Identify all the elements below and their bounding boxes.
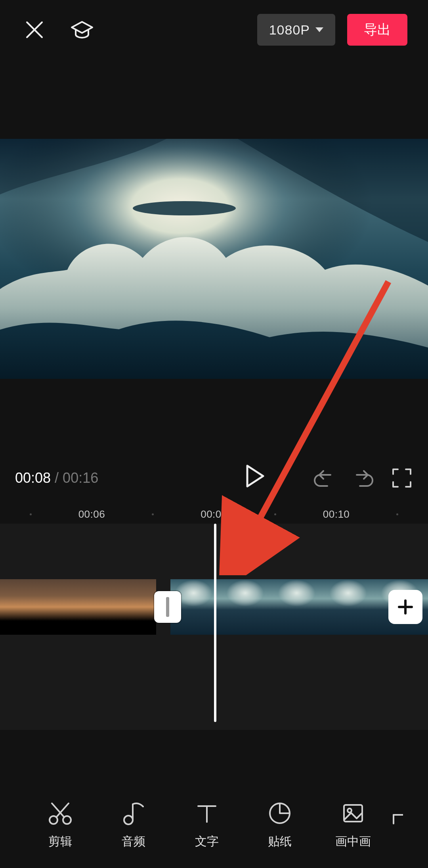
text-icon [195,801,219,825]
play-button[interactable] [245,464,273,492]
video-preview[interactable] [0,139,428,379]
tool-audio[interactable]: 音频 [97,799,170,850]
ruler-tick-label: 00:10 [323,508,350,520]
svg-marker-6 [247,466,263,486]
export-button[interactable]: 导出 [347,14,407,46]
tool-label: 文字 [195,833,219,850]
tutorial-button[interactable] [68,16,96,44]
music-note-icon [121,800,146,826]
more-icon [391,809,403,833]
ruler-tick-label: 00:06 [78,508,105,520]
tool-label: 音频 [122,833,145,850]
undo-button[interactable] [313,467,335,489]
play-icon [245,464,265,488]
svg-rect-17 [344,805,362,822]
svg-point-14 [124,816,133,824]
total-time: 00:16 [63,470,98,486]
timeline[interactable] [0,524,428,730]
undo-icon [313,467,335,489]
bottom-toolbar: 剪辑 音频 文字 贴纸 [0,781,428,868]
add-media-button[interactable] [388,590,422,624]
svg-point-5 [133,201,236,215]
redo-button[interactable] [352,467,374,489]
fullscreen-icon [391,467,413,489]
tool-label: 画中画 [335,833,371,850]
close-button[interactable] [21,16,48,44]
tool-text[interactable]: 文字 [170,799,243,850]
close-icon [25,20,44,40]
tool-more[interactable] [390,807,404,841]
chevron-down-icon [315,27,323,32]
redo-icon [352,467,374,489]
scissors-icon [47,800,73,826]
image-icon [341,801,365,826]
resolution-label: 1080P [269,22,310,38]
current-time: 00:08 [15,470,51,486]
playhead[interactable] [214,524,216,722]
fullscreen-button[interactable] [391,467,413,489]
plus-icon [396,597,415,616]
timeline-ruler[interactable]: 00:06 00:08 00:10 [0,505,428,524]
svg-point-18 [348,808,352,812]
tool-edit[interactable]: 剪辑 [24,799,97,850]
svg-marker-2 [72,22,92,33]
sticker-icon [268,801,292,826]
preview-frame-image [0,139,428,379]
time-separator: / [51,470,63,486]
transition-button[interactable] [154,591,181,623]
tool-sticker[interactable]: 贴纸 [243,799,317,850]
tool-label: 贴纸 [268,833,292,850]
graduation-cap-icon [70,18,94,42]
time-display: 00:08 / 00:16 [15,470,98,486]
clip-1[interactable] [0,579,156,635]
tool-label: 剪辑 [48,833,72,850]
resolution-selector[interactable]: 1080P [257,14,335,46]
ruler-tick-label: 00:08 [201,508,227,520]
tool-pip[interactable]: 画中画 [316,799,390,850]
export-label: 导出 [364,21,391,39]
